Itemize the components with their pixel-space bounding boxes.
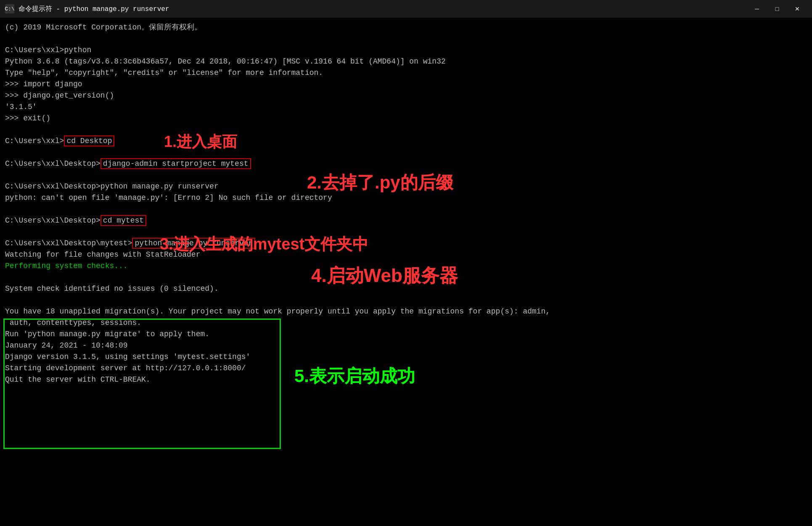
success-output-box [3,319,281,449]
minimize-button[interactable]: ─ [747,2,767,16]
annotation-step5: 5.表示启动成功 [294,363,415,389]
terminal-line-watching: Watching for file changes with StatReloa… [5,249,807,260]
close-button[interactable]: ✕ [788,2,807,16]
terminal-line-cd-mytest: C:\Users\xxl\Desktop>cd mytest [5,215,807,226]
maximize-button[interactable]: □ [767,2,787,16]
annotation-step2: 2.去掉了.py的后缀 [307,169,453,196]
cmd-box-cd-desktop: cd Desktop [64,135,114,146]
window-controls: ─ □ ✕ [747,2,807,16]
terminal-line-5: Type "help", "copyright", "credits" or "… [5,67,807,79]
terminal-line-1: (c) 2019 Microsoft Corporation。保留所有权利。 [5,22,807,33]
annotation-step4: 4.启动Web服务器 [311,262,458,290]
terminal-line-6: >>> import django [5,79,807,90]
cmd-box-cd-mytest: cd mytest [101,215,146,226]
terminal-line-migrations: You have 18 unapplied migration(s). Your… [5,306,807,317]
annotation-step3: 3.进入生成的mytest文件夹中 [160,232,368,256]
window-title: 命令提示符 - python manage.py runserver [19,5,747,13]
annotation-step1: 1.进入桌面 [164,130,237,153]
terminal-line-8: '3.1.5' [5,101,807,113]
window-icon: C:\ [5,4,14,13]
terminal-line-7: >>> django.get_version() [5,90,807,101]
terminal-body[interactable]: (c) 2019 Microsoft Corporation。保留所有权利。 C… [0,18,812,526]
terminal-line-runserver: C:\Users\xxl\Desktop\mytest>python manag… [5,238,807,249]
cmd-window: C:\ 命令提示符 - python manage.py runserver ─… [0,0,812,526]
terminal-line-cd-desktop: C:\Users\xxl>cd Desktop [5,135,807,147]
terminal-line-4: Python 3.6.8 (tags/v3.6.8:3c6b436a57, De… [5,56,807,67]
terminal-line-9: >>> exit() [5,113,807,124]
terminal-line-3: C:\Users\xxl>python [5,45,807,56]
cmd-box-startproject: django-admin startproject mytest [101,158,251,169]
title-bar: C:\ 命令提示符 - python manage.py runserver ─… [0,0,812,18]
terminal-line-startproject: C:\Users\xxl\Desktop>django-admin startp… [5,158,807,170]
